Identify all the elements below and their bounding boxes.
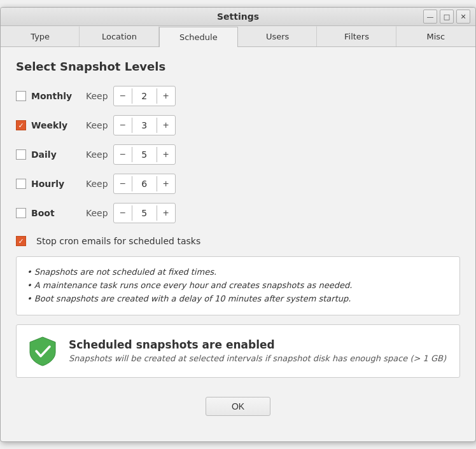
monthly-checkbox[interactable] (16, 91, 26, 101)
titlebar: Settings — □ ✕ (1, 8, 475, 26)
hourly-spinner: − 6 + (113, 174, 176, 194)
minimize-button[interactable]: — (423, 10, 437, 24)
weekly-decrement-button[interactable]: − (114, 116, 132, 135)
boot-row: Boot Keep − 5 + (16, 203, 460, 223)
boot-checkbox-wrapper: Boot (16, 208, 86, 218)
daily-row: Daily Keep − 5 + (16, 144, 460, 165)
weekly-row: Weekly Keep − 3 + (16, 115, 460, 135)
boot-increment-button[interactable]: + (157, 204, 175, 223)
window-controls: — □ ✕ (423, 10, 470, 24)
info-line-2: A maintenance task runs once every hour … (27, 279, 449, 293)
info-box: Snapshots are not scheduled at fixed tim… (16, 256, 460, 315)
weekly-increment-button[interactable]: + (157, 116, 175, 135)
hourly-row: Hourly Keep − 6 + (16, 174, 460, 194)
monthly-label: Monthly (31, 91, 72, 101)
weekly-checkbox-wrapper: Weekly (16, 120, 86, 130)
window-title: Settings (217, 11, 259, 22)
settings-window: Settings — □ ✕ Type Location Schedule Us… (0, 7, 476, 441)
section-title: Select Snapshot Levels (16, 60, 460, 73)
close-button[interactable]: ✕ (456, 10, 470, 24)
hourly-value: 6 (132, 176, 157, 191)
info-line-3: Boot snapshots are created with a delay … (27, 293, 449, 306)
stop-cron-checkbox[interactable] (16, 236, 26, 246)
monthly-keep-label: Keep (86, 91, 108, 101)
info-line-1: Snapshots are not scheduled at fixed tim… (27, 266, 449, 279)
tab-schedule[interactable]: Schedule (159, 27, 238, 47)
tab-users[interactable]: Users (238, 26, 317, 46)
daily-checkbox[interactable] (16, 149, 26, 160)
boot-value: 5 (132, 205, 157, 221)
footer: OK (16, 390, 460, 429)
daily-checkbox-wrapper: Daily (16, 149, 86, 160)
tab-location[interactable]: Location (80, 26, 158, 46)
tab-bar: Type Location Schedule Users Filters Mis… (1, 26, 475, 47)
ok-button[interactable]: OK (206, 397, 270, 416)
weekly-value: 3 (132, 118, 157, 133)
status-text: Scheduled snapshots are enabled Snapshot… (69, 338, 446, 363)
tab-type[interactable]: Type (1, 26, 80, 46)
hourly-increment-button[interactable]: + (157, 174, 175, 193)
boot-spinner: − 5 + (113, 203, 176, 223)
hourly-decrement-button[interactable]: − (114, 174, 132, 193)
hourly-checkbox-wrapper: Hourly (16, 179, 86, 189)
boot-label: Boot (31, 208, 55, 218)
tab-misc[interactable]: Misc (396, 26, 475, 46)
status-box: Scheduled snapshots are enabled Snapshot… (16, 324, 460, 378)
daily-decrement-button[interactable]: − (114, 145, 132, 164)
monthly-spinner: − 2 + (113, 86, 176, 106)
monthly-row: Monthly Keep − 2 + (16, 86, 460, 106)
status-title: Scheduled snapshots are enabled (69, 338, 446, 351)
shield-checkmark-icon (27, 335, 59, 367)
monthly-value: 2 (132, 88, 157, 104)
maximize-button[interactable]: □ (440, 10, 454, 24)
weekly-checkbox[interactable] (16, 120, 26, 130)
hourly-label: Hourly (31, 179, 64, 189)
status-subtitle: Snapshots will be created at selected in… (69, 354, 446, 363)
tab-filters[interactable]: Filters (317, 26, 396, 46)
monthly-increment-button[interactable]: + (157, 86, 175, 106)
boot-decrement-button[interactable]: − (114, 204, 132, 223)
daily-spinner: − 5 + (113, 144, 176, 165)
hourly-keep-label: Keep (86, 179, 108, 189)
daily-label: Daily (31, 149, 57, 160)
daily-value: 5 (132, 147, 157, 162)
weekly-keep-label: Keep (86, 120, 108, 130)
daily-keep-label: Keep (86, 149, 108, 160)
boot-keep-label: Keep (86, 208, 108, 218)
weekly-spinner: − 3 + (113, 115, 176, 135)
stop-cron-row: Stop cron emails for scheduled tasks (16, 236, 460, 246)
weekly-label: Weekly (31, 120, 67, 130)
hourly-checkbox[interactable] (16, 179, 26, 189)
main-content: Select Snapshot Levels Monthly Keep − 2 … (1, 47, 475, 441)
daily-increment-button[interactable]: + (157, 145, 175, 164)
stop-cron-label: Stop cron emails for scheduled tasks (36, 236, 200, 246)
monthly-decrement-button[interactable]: − (114, 86, 132, 106)
monthly-checkbox-wrapper: Monthly (16, 91, 86, 101)
boot-checkbox[interactable] (16, 208, 26, 218)
